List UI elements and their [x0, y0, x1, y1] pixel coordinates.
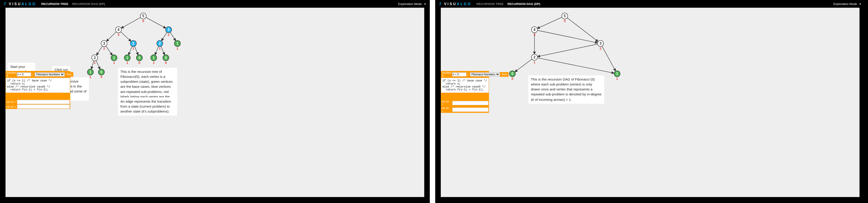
run-button[interactable]: Run — [500, 72, 508, 77]
var-a2-row: var a2 = — [441, 106, 489, 113]
fn-label: function f( — [6, 71, 17, 77]
code-panel: function f( ) Fibonacci Numbers Run if (… — [5, 71, 70, 109]
annotation-edge-desc: An edge represents the transition from a… — [118, 97, 177, 116]
svg-text:5: 5 — [142, 19, 144, 23]
graph-edge — [106, 46, 113, 55]
close-paren: ) — [31, 73, 33, 76]
canvas-tree: ◀ 554332322121112111110011001100 Start y… — [5, 8, 424, 197]
var-a1-input[interactable] — [452, 101, 489, 105]
graph-node[interactable]: 32 — [165, 27, 172, 36]
logo[interactable]: VISUALGO — [9, 2, 36, 6]
topbar: 7 VISUALGO RECURSION TREE RECURSION DAG … — [0, 0, 430, 8]
code-editor[interactable]: if (n <= 1) /* base case */ return n; el… — [441, 78, 489, 93]
preset-select[interactable]: Fibonacci Numbers — [470, 72, 500, 76]
svg-text:2: 2 — [159, 41, 161, 45]
graph-node[interactable]: 43 — [115, 27, 122, 36]
svg-text:0: 0 — [165, 61, 167, 65]
annotation-dag-desc: This is the recursion DAG of Fibonacci (… — [528, 75, 604, 104]
svg-text:1: 1 — [616, 72, 618, 75]
graph-node[interactable]: 11 — [151, 55, 157, 65]
graph-edge — [161, 32, 167, 41]
svg-text:3: 3 — [103, 41, 105, 45]
svg-text:1: 1 — [126, 61, 128, 65]
svg-text:1: 1 — [132, 47, 134, 50]
graph-edge — [537, 30, 598, 43]
graph-node[interactable]: 00 — [136, 55, 143, 65]
svg-text:1: 1 — [177, 47, 178, 50]
var-a2-row: var a2 = — [5, 104, 70, 109]
chevron-down-icon: ▾ — [860, 2, 861, 6]
graph-edge — [161, 46, 165, 55]
preset-select[interactable]: Fibonacci Numbers — [35, 72, 65, 76]
graph-edge — [96, 46, 102, 55]
graph-edge — [567, 18, 598, 42]
logo-algo: ALGO — [457, 2, 471, 6]
tab-recursion-tree[interactable]: RECURSION TREE — [41, 2, 68, 6]
graph-node[interactable]: 11 — [174, 40, 180, 50]
graph-edge — [106, 32, 116, 41]
n-input[interactable] — [452, 72, 466, 76]
tab-recursion-dag[interactable]: RECURSION DAG (DP) — [507, 2, 540, 6]
code-editor[interactable]: if (n <= 1) /* base case */ return n; el… — [6, 78, 70, 93]
n-input[interactable] — [17, 72, 31, 76]
svg-text:2: 2 — [600, 47, 601, 50]
graph-node[interactable]: 55 — [562, 13, 568, 23]
svg-text:1: 1 — [159, 47, 161, 50]
graph-node[interactable]: 00 — [98, 69, 104, 79]
svg-text:1: 1 — [94, 61, 96, 65]
graph-edge — [96, 61, 100, 69]
svg-text:4: 4 — [117, 28, 120, 32]
run-button[interactable]: Run — [65, 72, 73, 77]
svg-text:3: 3 — [534, 33, 535, 37]
graph-edge — [128, 46, 132, 55]
svg-text:1: 1 — [126, 56, 128, 60]
recursion-dag-graph: 554332210011 — [441, 8, 860, 197]
panel-recursion-tree: 7 VISUALGO RECURSION TREE RECURSION DAG … — [0, 0, 430, 203]
graph-node[interactable]: 11 — [124, 55, 130, 65]
var-a1-input[interactable] — [17, 100, 70, 104]
tab-recursion-tree[interactable]: RECURSION TREE — [476, 2, 503, 6]
graph-node[interactable]: 21 — [92, 55, 98, 65]
canvas-dag: ◀ 554332210011 This is the recursion DAG… — [441, 8, 860, 197]
graph-node[interactable]: 21 — [531, 54, 537, 64]
svg-text:2: 2 — [94, 56, 96, 60]
svg-text:5: 5 — [142, 14, 144, 18]
graph-node[interactable]: 11 — [614, 71, 620, 80]
var-a2-input[interactable] — [452, 107, 489, 111]
mode-label: Exploration Mode — [398, 2, 422, 5]
svg-text:5: 5 — [564, 19, 566, 23]
svg-text:0: 0 — [165, 56, 167, 60]
graph-node[interactable]: 11 — [111, 55, 117, 65]
mode-dropdown[interactable]: Exploration Mode ▾ — [398, 2, 426, 6]
mode-dropdown[interactable]: Exploration Mode ▾ — [833, 2, 861, 6]
var-a1-row: var a1 = — [5, 100, 70, 104]
logo-badge: 7 — [4, 2, 6, 6]
svg-text:0: 0 — [100, 70, 102, 74]
svg-text:1: 1 — [153, 61, 155, 65]
graph-node[interactable]: 55 — [140, 13, 146, 23]
graph-edge — [146, 18, 166, 28]
logo[interactable]: VISUALGO — [444, 2, 471, 6]
logo-visu: VISU — [9, 2, 22, 6]
panel-divider — [430, 0, 435, 203]
graph-node[interactable]: 32 — [597, 40, 603, 50]
graph-node[interactable]: 00 — [163, 55, 169, 65]
graph-edge — [170, 32, 176, 41]
graph-edge — [91, 61, 94, 69]
panel-recursion-dag: 7 VISUALGO RECURSION TREE RECURSION DAG … — [435, 0, 865, 203]
graph-node[interactable]: 32 — [101, 40, 107, 50]
logo-badge: 7 — [439, 2, 441, 6]
graph-node[interactable]: 00 — [509, 71, 516, 80]
close-paren: ) — [466, 73, 468, 76]
tab-recursion-dag[interactable]: RECURSION DAG (DP) — [72, 2, 105, 6]
svg-text:3: 3 — [118, 33, 120, 37]
svg-text:0: 0 — [138, 61, 140, 65]
svg-text:2: 2 — [168, 33, 169, 37]
graph-node[interactable]: 43 — [531, 27, 537, 36]
graph-edge — [602, 46, 616, 71]
svg-text:1: 1 — [89, 70, 91, 74]
svg-text:1: 1 — [616, 77, 618, 80]
svg-text:3: 3 — [599, 41, 601, 45]
svg-text:2: 2 — [103, 47, 105, 50]
var-a2-input[interactable] — [17, 105, 70, 109]
